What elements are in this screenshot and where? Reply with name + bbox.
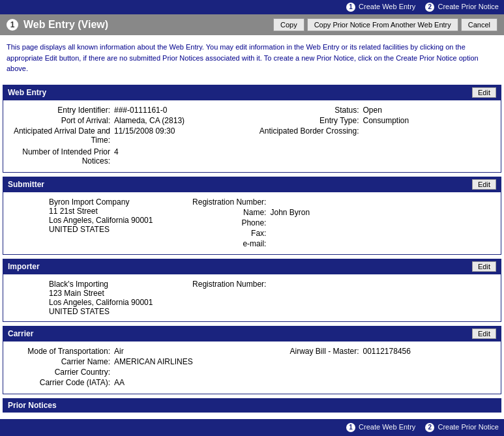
importer-body: Black's Importing 123 Main Street Los An… [3, 274, 501, 322]
submitter-edit-button[interactable]: Edit [472, 179, 496, 190]
submitter-phone-label: Phone: [166, 218, 270, 227]
submitter-email-row: e-mail: [166, 239, 494, 248]
importer-header: Importer Edit [3, 259, 501, 274]
web-entry-left: Entry Identifier: ###-0111161-0 Port of … [10, 106, 246, 167]
submitter-reg-row: Registration Number: [166, 197, 494, 207]
status-row: Status: Open [259, 106, 495, 115]
transport-mode-row: Mode of Transportation: Air [10, 347, 246, 356]
port-arrival-row: Port of Arrival: Alameda, CA (2813) [10, 116, 246, 125]
entry-type-row: Entry Type: Consumption [259, 116, 495, 125]
web-entry-section: Web Entry Edit Entry Identifier: ###-011… [3, 85, 501, 173]
entry-type-value: Consumption [363, 116, 409, 125]
copy-prior-notice-button[interactable]: Copy Prior Notice From Another Web Entry [307, 18, 458, 31]
submitter-section: Submitter Edit Byron Import Company 11 2… [3, 177, 501, 255]
submitter-email-label: e-mail: [166, 239, 270, 248]
page-number: 1 [7, 19, 18, 31]
submitter-reg-label: Registration Number: [166, 197, 270, 207]
importer-section: Importer Edit Black's Importing 123 Main… [3, 259, 501, 322]
num-prior-notices-row: Number of Intended PriorNotices: 4 [10, 147, 246, 166]
top-nav-create-web-entry[interactable]: 1 Create Web Entry [346, 3, 417, 10]
submitter-phone-row: Phone: [166, 218, 494, 227]
carrier-name-label: Carrier Name: [10, 357, 114, 366]
num-prior-notices-label: Number of Intended PriorNotices: [10, 147, 114, 166]
submitter-name-value: John Byron [270, 208, 310, 217]
arrival-date-value: 11/15/2008 09:30 [114, 126, 175, 136]
submitter-body: Byron Import Company 11 21st Street Los … [3, 192, 501, 255]
prior-notices-title: Prior Notices [8, 401, 57, 410]
entry-identifier-value: ###-0111161-0 [114, 106, 167, 115]
carrier-section: Carrier Edit Mode of Transportation: Air… [3, 326, 501, 394]
carrier-name-row: Carrier Name: AMERICAN AIRLINES [10, 357, 246, 366]
bottom-navigation: 1 Create Web Entry 2 Create Prior Notice [0, 419, 504, 436]
submitter-fax-row: Fax: [166, 229, 494, 238]
submitter-street: 11 21st Street [49, 207, 153, 216]
entry-type-label: Entry Type: [259, 116, 363, 125]
submitter-name-row: Name: John Byron [166, 208, 494, 217]
entry-identifier-label: Entry Identifier: [10, 106, 114, 115]
carrier-code-label: Carrier Code (IATA): [10, 378, 114, 387]
importer-company-name: Black's Importing [49, 280, 153, 289]
importer-street: 123 Main Street [49, 289, 153, 298]
carrier-edit-button[interactable]: Edit [472, 328, 496, 339]
web-entry-header: Web Entry Edit [3, 85, 501, 100]
carrier-header: Carrier Edit [3, 326, 501, 342]
airway-bill-label: Airway Bill - Master: [259, 347, 363, 356]
bottom-nav-create-web-entry[interactable]: 1 Create Web Entry [346, 423, 417, 431]
importer-reg-row: Registration Number: [166, 280, 494, 289]
status-value: Open [363, 106, 382, 115]
importer-title: Importer [8, 262, 40, 271]
info-text: This page displays all known information… [0, 35, 504, 81]
carrier-country-row: Carrier Country: [10, 368, 246, 377]
header-buttons: Copy Copy Prior Notice From Another Web … [273, 18, 497, 31]
importer-country: UNITED STATES [49, 307, 153, 316]
page-header: 1 Web Entry (View) Copy Copy Prior Notic… [0, 14, 504, 35]
importer-city: Los Angeles, California 90001 [49, 298, 153, 307]
border-crossing-label: Anticipated Border Crossing: [259, 126, 363, 136]
importer-edit-button[interactable]: Edit [472, 261, 496, 272]
submitter-fields: Registration Number: Name: John Byron Ph… [166, 197, 494, 249]
importer-reg-label: Registration Number: [166, 280, 270, 289]
bottom-nav-create-prior-notice[interactable]: 2 Create Prior Notice [425, 423, 499, 431]
cancel-button[interactable]: Cancel [461, 18, 497, 31]
page-title: Web Entry (View) [23, 19, 108, 31]
prior-notices-header: Prior Notices [3, 398, 501, 413]
airway-bill-row: Airway Bill - Master: 00112178456 [259, 347, 495, 356]
status-label: Status: [259, 106, 363, 115]
port-arrival-label: Port of Arrival: [10, 116, 114, 125]
submitter-name-label: Name: [166, 208, 270, 217]
top-nav-create-prior-notice[interactable]: 2 Create Prior Notice [425, 3, 499, 10]
transport-mode-label: Mode of Transportation: [10, 347, 114, 356]
submitter-city: Los Angeles, California 90001 [49, 216, 153, 225]
submitter-company-name: Byron Import Company [49, 197, 153, 207]
web-entry-title: Web Entry [8, 88, 46, 97]
importer-address: Black's Importing 123 Main Street Los An… [10, 280, 153, 316]
carrier-name-value: AMERICAN AIRLINES [114, 357, 193, 366]
submitter-header: Submitter Edit [3, 177, 501, 192]
border-crossing-row: Anticipated Border Crossing: [259, 126, 495, 136]
copy-button[interactable]: Copy [273, 18, 304, 31]
carrier-code-row: Carrier Code (IATA): AA [10, 378, 246, 387]
transport-mode-value: Air [114, 347, 124, 356]
carrier-left: Mode of Transportation: Air Carrier Name… [10, 347, 246, 388]
num-prior-notices-value: 4 [114, 147, 119, 156]
carrier-right: Airway Bill - Master: 00112178456 [259, 347, 495, 388]
page-title-wrap: 1 Web Entry (View) [7, 19, 108, 31]
carrier-title: Carrier [8, 329, 33, 338]
top-navigation: 1 Create Web Entry 2 Create Prior Notice [0, 0, 504, 14]
arrival-date-row: Anticipated Arrival Date andTime: 11/15/… [10, 126, 246, 145]
web-entry-right: Status: Open Entry Type: Consumption Ant… [259, 106, 495, 167]
carrier-country-label: Carrier Country: [10, 368, 114, 377]
submitter-country: UNITED STATES [49, 225, 153, 234]
submitter-fax-label: Fax: [166, 229, 270, 238]
importer-fields: Registration Number: [166, 280, 494, 316]
airway-bill-value: 00112178456 [363, 347, 411, 356]
arrival-date-label: Anticipated Arrival Date andTime: [10, 126, 114, 145]
web-entry-body: Entry Identifier: ###-0111161-0 Port of … [3, 100, 501, 173]
web-entry-edit-button[interactable]: Edit [472, 87, 496, 98]
carrier-code-value: AA [114, 378, 125, 387]
submitter-title: Submitter [8, 180, 44, 189]
entry-identifier-row: Entry Identifier: ###-0111161-0 [10, 106, 246, 115]
carrier-body: Mode of Transportation: Air Carrier Name… [3, 342, 501, 394]
submitter-address: Byron Import Company 11 21st Street Los … [10, 197, 153, 249]
port-arrival-value: Alameda, CA (2813) [114, 116, 185, 125]
